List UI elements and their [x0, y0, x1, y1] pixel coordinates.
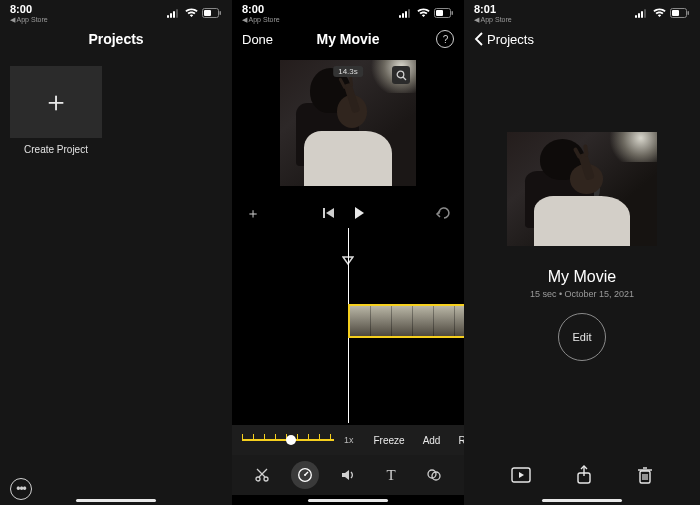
- project-title: My Movie: [548, 268, 616, 286]
- share-icon: [576, 465, 592, 485]
- tab-cut[interactable]: [248, 461, 276, 489]
- svg-rect-5: [452, 11, 454, 15]
- speed-controls: 1x Freeze Add Reset: [232, 425, 464, 455]
- timeline[interactable]: [232, 228, 464, 423]
- volume-icon: [340, 467, 356, 483]
- speed-slider[interactable]: [242, 431, 334, 449]
- status-bar: 8:01 ◀ App Store: [464, 0, 700, 22]
- chevron-left-icon: [474, 32, 483, 46]
- delete-button[interactable]: [637, 466, 653, 484]
- cellular-icon: [167, 9, 181, 18]
- editor-screen: 8:00 ◀ App Store Done My Movie ?: [232, 0, 464, 505]
- plus-icon: ＋: [42, 83, 70, 121]
- text-icon: T: [387, 467, 396, 484]
- zoom-button[interactable]: [392, 66, 410, 84]
- home-indicator[interactable]: [542, 499, 622, 502]
- help-icon: ?: [443, 34, 448, 45]
- tab-speed[interactable]: [291, 461, 319, 489]
- help-button[interactable]: ?: [436, 30, 454, 48]
- svg-point-9: [256, 477, 260, 481]
- svg-rect-8: [323, 208, 325, 218]
- status-time: 8:00: [10, 4, 48, 15]
- editor-header: Done My Movie ?: [232, 22, 464, 56]
- play-button[interactable]: [348, 206, 370, 223]
- svg-point-15: [304, 474, 306, 476]
- skip-back-button[interactable]: [318, 206, 340, 222]
- speed-slider-knob[interactable]: [286, 435, 296, 445]
- back-button[interactable]: Projects: [474, 32, 534, 47]
- project-meta: 15 sec • October 15, 2021: [530, 289, 634, 299]
- status-indicators: [167, 4, 222, 22]
- projects-header: Projects: [0, 22, 232, 56]
- battery-icon: [670, 8, 690, 18]
- edit-label: Edit: [573, 331, 592, 343]
- status-indicators: [635, 4, 690, 22]
- detail-header: Projects: [464, 22, 700, 56]
- home-indicator[interactable]: [76, 499, 156, 502]
- detail-action-bar: [464, 455, 700, 495]
- zoom-icon: [396, 70, 407, 81]
- svg-point-6: [397, 71, 404, 78]
- add-media-button[interactable]: ＋: [242, 205, 264, 223]
- back-label: Projects: [487, 32, 534, 47]
- thumbnail-image: [507, 132, 657, 246]
- project-thumbnail[interactable]: [507, 132, 657, 246]
- filters-icon: [426, 467, 442, 483]
- preview-timecode: 14.3s: [333, 66, 363, 77]
- status-time: 8:01: [474, 4, 512, 15]
- tab-volume[interactable]: [334, 461, 362, 489]
- skip-back-icon: [322, 207, 336, 219]
- video-preview[interactable]: 14.3s: [232, 56, 464, 196]
- status-time: 8:00: [242, 4, 280, 15]
- freeze-button[interactable]: Freeze: [374, 435, 405, 446]
- transport-toolbar: ＋: [232, 200, 464, 228]
- cellular-icon: [635, 9, 649, 18]
- wifi-icon: [653, 8, 666, 18]
- project-detail-screen: 8:01 ◀ App Store Projects: [464, 0, 700, 505]
- speed-value: 1x: [344, 435, 354, 445]
- tab-filters[interactable]: [420, 461, 448, 489]
- timeline-clip[interactable]: [348, 304, 464, 338]
- more-button[interactable]: •••: [10, 478, 32, 500]
- play-library-button[interactable]: [511, 467, 531, 483]
- undo-icon: [435, 207, 451, 219]
- play-library-icon: [511, 467, 531, 483]
- create-project-tile[interactable]: ＋ Create Project: [10, 66, 102, 155]
- trash-icon: [637, 466, 653, 484]
- edit-button[interactable]: Edit: [558, 313, 606, 361]
- tab-text[interactable]: T: [377, 461, 405, 489]
- svg-point-10: [264, 477, 268, 481]
- wifi-icon: [417, 8, 430, 18]
- play-icon: [352, 206, 366, 220]
- undo-button[interactable]: [432, 206, 454, 222]
- svg-rect-20: [688, 11, 690, 15]
- more-icon: •••: [16, 482, 26, 496]
- status-indicators: [399, 4, 454, 22]
- add-media-icon: ＋: [246, 205, 260, 221]
- projects-title: Projects: [0, 31, 232, 47]
- battery-icon: [202, 8, 222, 18]
- projects-screen: 8:00 ◀ App Store Projects ＋ Create Proje…: [0, 0, 232, 505]
- scissors-icon: [254, 467, 270, 483]
- status-bar: 8:00 ◀ App Store: [0, 0, 232, 22]
- cellular-icon: [399, 9, 413, 18]
- share-button[interactable]: [576, 465, 592, 485]
- battery-icon: [434, 8, 454, 18]
- svg-rect-19: [672, 10, 679, 16]
- wifi-icon: [185, 8, 198, 18]
- add-button[interactable]: Add: [423, 435, 441, 446]
- svg-line-7: [403, 77, 406, 80]
- svg-rect-1: [204, 10, 211, 16]
- svg-rect-4: [436, 10, 443, 16]
- speed-icon: [297, 467, 313, 483]
- status-bar: 8:00 ◀ App Store: [232, 0, 464, 22]
- editor-tab-bar: T: [232, 455, 464, 495]
- svg-rect-2: [220, 11, 222, 15]
- create-project-label: Create Project: [24, 144, 88, 155]
- done-button[interactable]: Done: [242, 32, 273, 47]
- home-indicator[interactable]: [308, 499, 388, 502]
